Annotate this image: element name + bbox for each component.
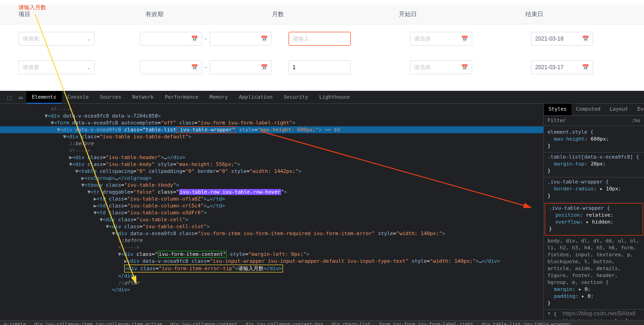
hov-button[interactable]: :ho bbox=[631, 118, 640, 124]
devtools: ⬚ ▭ ElementsConsoleSourcesNetworkPerform… bbox=[0, 91, 644, 325]
dom-line[interactable]: ▶<div class="ivu-table-header">…</div> bbox=[0, 154, 543, 161]
date-value: 2021-03-18 bbox=[535, 35, 563, 42]
inspect-icon[interactable]: ⬚ bbox=[4, 92, 15, 103]
calendar-icon: 📅 bbox=[582, 35, 589, 42]
dom-line[interactable]: ::before bbox=[0, 237, 543, 244]
filter-input[interactable]: Filter bbox=[548, 118, 566, 124]
dom-line[interactable]: ▼<form data-v-ecea9fc8 autocomplete="off… bbox=[0, 119, 543, 126]
devtools-tabs: ⬚ ▭ ElementsConsoleSourcesNetworkPerform… bbox=[0, 91, 644, 104]
date-from[interactable]: 📅 bbox=[140, 32, 202, 46]
dom-line[interactable]: ::after bbox=[0, 279, 543, 286]
range-dash: - bbox=[205, 35, 207, 42]
date-value: 2021-03-17 bbox=[535, 64, 563, 71]
chevron-down-icon: ⌄ bbox=[87, 36, 90, 41]
select-placeholder: 请搜索 bbox=[23, 64, 39, 71]
styles-tab-computed[interactable]: Computed bbox=[572, 104, 605, 115]
start-date[interactable]: 请选择📅 bbox=[410, 32, 472, 46]
devtools-tab-lighthouse[interactable]: Lighthouse bbox=[313, 91, 355, 103]
dom-line[interactable]: ▼<div class="ivu-table-body" style="max-… bbox=[0, 161, 543, 168]
calendar-icon: 📅 bbox=[261, 64, 268, 71]
dom-line[interactable]: ▶<colgroup>…</colgroup> bbox=[0, 175, 543, 182]
calendar-icon: 📅 bbox=[461, 64, 468, 71]
dom-line[interactable]: ▼<tr draggable="false" class="ivu-table-… bbox=[0, 189, 543, 195]
table-row: 请搜索⌄ 📅-📅 请选择📅 2021-03-18📅 bbox=[0, 24, 644, 53]
devtools-tab-console[interactable]: Console bbox=[62, 91, 94, 103]
table-header: 项目 有效期 月数 开始日 结束日 bbox=[0, 5, 644, 24]
devtools-tab-performance[interactable]: Performance bbox=[159, 91, 204, 103]
dom-line[interactable]: <div class="ivu-form-item-error-tip">请输入… bbox=[0, 265, 543, 272]
filter-row: Filter :ho bbox=[544, 116, 644, 126]
validity-range: 📅-📅 bbox=[140, 32, 272, 46]
start-date[interactable]: 请选择📅 bbox=[410, 60, 472, 74]
validity-range: 📅-📅 bbox=[140, 60, 272, 74]
th-end: 结束日 bbox=[517, 5, 644, 24]
devtools-tab-security[interactable]: Security bbox=[278, 91, 313, 103]
th-months: 月数 bbox=[264, 5, 391, 24]
th-validity: 有效期 bbox=[137, 5, 264, 24]
dom-line[interactable]: <!----> bbox=[0, 244, 543, 251]
css-rule[interactable]: .table-list[data-v-ecea9fc8] {margin-top… bbox=[544, 153, 644, 177]
dom-line[interactable]: ▼<td class="ivu-table-column-xXdFr6"> bbox=[0, 209, 543, 216]
calendar-icon: 📅 bbox=[191, 35, 198, 42]
months-input[interactable] bbox=[289, 32, 351, 46]
months-field[interactable] bbox=[293, 64, 347, 71]
dom-line[interactable]: ▼<div data-v-ecea9fc8 class="table-list … bbox=[0, 126, 543, 133]
select-placeholder: 请搜索 bbox=[23, 35, 39, 43]
calendar-icon: 📅 bbox=[461, 35, 468, 42]
end-date[interactable]: 2021-03-18📅 bbox=[531, 32, 593, 46]
dom-line[interactable]: </div> bbox=[0, 286, 543, 293]
dom-line[interactable]: <!----> bbox=[0, 106, 543, 112]
months-input[interactable] bbox=[289, 60, 351, 74]
dom-line[interactable]: ▶<td class="ivu-table-column-xrl5c4">…</… bbox=[0, 202, 543, 209]
devtools-tab-sources[interactable]: Sources bbox=[94, 91, 126, 103]
date-to[interactable]: 📅 bbox=[210, 32, 272, 46]
styles-panel: StylesComputedLayoutEvent Filter :ho ele… bbox=[543, 104, 644, 320]
date-placeholder: 请选择 bbox=[414, 64, 431, 71]
dom-line[interactable]: ▼<div class="ivu-table ivu-table-default… bbox=[0, 133, 543, 140]
devtools-tab-network[interactable]: Network bbox=[127, 91, 159, 103]
css-rule[interactable]: body, div, dl, dt, dd, ul, ol, li, h2, h… bbox=[544, 236, 644, 310]
device-icon[interactable]: ▭ bbox=[15, 92, 26, 103]
dom-line[interactable]: <!----> bbox=[0, 147, 543, 154]
calendar-icon: 📅 bbox=[582, 64, 589, 71]
dom-line[interactable]: ▼<div data-v-ecea9fc8 class="ivu-form-it… bbox=[0, 230, 543, 237]
devtools-tab-memory[interactable]: Memory bbox=[204, 91, 234, 103]
dom-panel[interactable]: <!----> ▼<div data-v-ecea9fc8 data-v-720… bbox=[0, 104, 543, 320]
app-table: 请输入月数 项目 有效期 月数 开始日 结束日 请搜索⌄ 📅-📅 请选择📅 20… bbox=[0, 0, 644, 91]
end-date[interactable]: 2021-03-17📅 bbox=[531, 60, 593, 74]
watermark: https://blog.csdn.net/BAtodl bbox=[563, 310, 636, 317]
months-field[interactable] bbox=[293, 35, 347, 42]
devtools-tab-application[interactable]: Application bbox=[234, 91, 278, 103]
devtools-tab-elements[interactable]: Elements bbox=[26, 91, 62, 104]
range-dash: - bbox=[205, 64, 207, 71]
calendar-icon: 📅 bbox=[191, 64, 198, 71]
th-start: 开始日 bbox=[391, 5, 518, 24]
date-placeholder: 请选择 bbox=[414, 35, 431, 43]
date-to[interactable]: 📅 bbox=[210, 60, 272, 74]
dom-line[interactable]: ▶<td class="ivu-table-column-ofla8Z">…</… bbox=[0, 195, 543, 202]
styles-tab-event[interactable]: Event bbox=[632, 104, 644, 115]
styles-content[interactable]: element.style {max-height: 600px;}.table… bbox=[544, 126, 644, 320]
dom-line[interactable]: ▼<div class="ivu-table-cell"> bbox=[0, 216, 543, 223]
css-rule[interactable]: .ivu-table-wrapper {border-radius: ▸ 10p… bbox=[544, 177, 644, 202]
css-rule[interactable]: .ivu-table-wrapper {position: relative;o… bbox=[545, 203, 643, 236]
dom-line[interactable]: ::before bbox=[0, 140, 543, 147]
project-select[interactable]: 请搜索⌄ bbox=[18, 32, 95, 46]
dom-line[interactable]: ▶<div data-v-ecea9fc8 class="ivu-input-w… bbox=[0, 258, 543, 265]
calendar-icon: 📅 bbox=[261, 35, 268, 42]
date-from[interactable]: 📅 bbox=[140, 60, 202, 74]
styles-tab-styles[interactable]: Styles bbox=[544, 104, 572, 115]
dom-line[interactable]: ▼<div class="ivu-form-item-content" styl… bbox=[0, 251, 543, 258]
dom-line[interactable]: ▼<tbody class="ivu-table-tbody"> bbox=[0, 182, 543, 189]
table-row: 请搜索⌄ 📅-📅 请选择📅 2021-03-17📅 bbox=[0, 53, 644, 82]
styles-tab-layout[interactable]: Layout bbox=[605, 104, 633, 115]
css-rule[interactable]: element.style {max-height: 600px;} bbox=[544, 128, 644, 153]
breadcrumb[interactable]: a-simple div.ivu-collapse-item.ivu-colla… bbox=[0, 320, 644, 325]
dom-line[interactable]: </div> bbox=[0, 272, 543, 279]
project-select[interactable]: 请搜索⌄ bbox=[18, 60, 95, 74]
styles-tabs: StylesComputedLayoutEvent bbox=[544, 104, 644, 116]
dom-line[interactable]: ▼<table cellspacing="0" cellpadding="0" … bbox=[0, 168, 543, 175]
dom-line[interactable]: ▼<div class="ivu-table-cell-slot"> bbox=[0, 223, 543, 230]
dom-line[interactable]: ▼<div data-v-ecea9fc8 data-v-7204c858> bbox=[0, 112, 543, 119]
error-tip: 请输入月数 bbox=[18, 4, 46, 12]
